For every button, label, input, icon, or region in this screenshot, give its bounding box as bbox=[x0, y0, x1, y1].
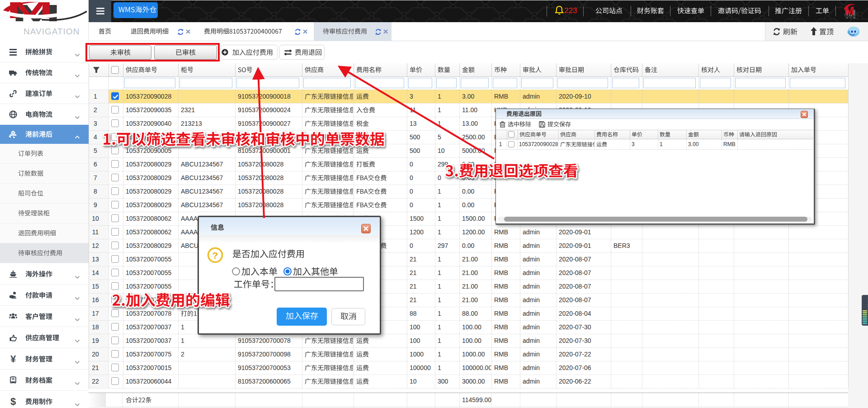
svg-text:M: M bbox=[6, 0, 53, 22]
svg-text:?: ? bbox=[212, 250, 218, 261]
